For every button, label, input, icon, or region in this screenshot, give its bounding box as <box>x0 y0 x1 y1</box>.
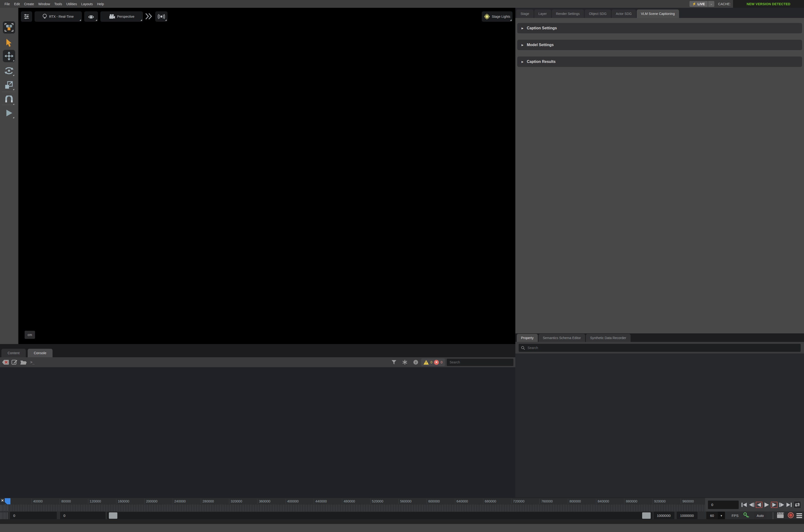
start-frame-input[interactable] <box>13 514 57 517</box>
console-toolbar: >_ i 0 ✕ <box>0 357 515 367</box>
menu-item-help[interactable]: Help <box>95 0 106 8</box>
timeline-grip[interactable] <box>0 512 8 520</box>
skip-to-end-icon <box>786 502 792 508</box>
sensor-waves-icon <box>158 14 165 19</box>
start-frame-field[interactable] <box>10 512 57 519</box>
menu-item-tools[interactable]: Tools <box>52 0 65 8</box>
scrollbar-right-handle[interactable] <box>642 512 651 519</box>
rotate-tool-icon <box>4 66 14 75</box>
play-reverse-button[interactable] <box>755 501 763 509</box>
info-toggle-button[interactable]: i <box>412 359 419 366</box>
error-toggle-button[interactable]: ✕ <box>434 360 439 365</box>
property-search-field[interactable] <box>519 344 801 352</box>
property-panel-tabstrip: PropertySemantics Schema EditorSynthetic… <box>515 334 804 342</box>
tab-semantics-schema-editor[interactable]: Semantics Schema Editor <box>538 334 585 342</box>
skip-to-end-button[interactable] <box>786 501 793 509</box>
tab-object-sdg[interactable]: Object SDG <box>585 10 611 18</box>
close-icon[interactable]: ✕ <box>1 498 4 503</box>
move-tool-button[interactable] <box>3 50 15 62</box>
warning-toggle-button[interactable] <box>423 360 429 365</box>
stage-lights-button[interactable]: Stage Lights <box>482 11 512 22</box>
viewport-settings-button[interactable] <box>21 11 32 22</box>
sensor-button[interactable] <box>155 11 167 22</box>
select-tool-button[interactable] <box>3 37 15 49</box>
camera-button[interactable]: Perspective <box>100 11 143 22</box>
timeline-minor-ticks[interactable] <box>0 505 705 511</box>
timeline-ruler[interactable]: ✕ 40000800001200001600002000002400002800… <box>0 498 705 505</box>
verbose-toggle-button[interactable] <box>401 359 408 366</box>
loop-start-input[interactable] <box>63 514 106 517</box>
console-search-input[interactable] <box>449 360 511 364</box>
scrollbar-left-handle[interactable] <box>109 512 117 519</box>
step-back-icon <box>749 502 754 508</box>
live-button[interactable]: ⚡ LIVE <box>690 1 708 7</box>
filter-button[interactable] <box>390 359 398 366</box>
timeline-zoom-scrollbar[interactable] <box>107 512 653 519</box>
menu-item-create[interactable]: Create <box>22 0 36 8</box>
fps-dropdown[interactable]: 60 ▼ <box>706 512 725 519</box>
end-frame-field[interactable] <box>654 512 674 519</box>
section-model-settings[interactable]: ▶Model Settings <box>517 40 802 50</box>
play-button[interactable] <box>763 501 770 509</box>
collapse-arrow-icon: ▶ <box>522 60 523 63</box>
timeline-grip[interactable] <box>0 505 8 511</box>
tab-actor-sdg[interactable]: Actor SDG <box>611 10 636 18</box>
lightning-bolt-icon: ⚡ <box>692 2 696 6</box>
terminal-prompt-button[interactable]: >_ <box>29 359 36 366</box>
step-forward-button[interactable] <box>778 501 786 509</box>
chevron-down-icon[interactable]: ▼ <box>718 512 725 519</box>
renderer-button[interactable]: RTX - Real-Time <box>35 11 82 22</box>
auto-mode-button[interactable]: Auto <box>754 512 767 519</box>
scale-tool-button[interactable] <box>3 79 15 91</box>
clear-console-button[interactable] <box>2 359 9 366</box>
timeline-ruler-label: 240000 <box>173 499 186 504</box>
camera-label: Perspective <box>117 15 134 18</box>
tab-layer[interactable]: Layer <box>534 10 551 18</box>
menu-item-utilities[interactable]: Utilities <box>64 0 79 8</box>
section-caption-results[interactable]: ▶Caption Results <box>517 57 802 67</box>
menu-item-edit[interactable]: Edit <box>12 0 22 8</box>
menu-item-file[interactable]: File <box>2 0 12 8</box>
property-search-input[interactable] <box>527 346 798 350</box>
toolbar-overflow-chevrons[interactable] <box>145 13 153 21</box>
loop-end-field[interactable] <box>677 512 697 519</box>
menu-item-layouts[interactable]: Layouts <box>79 0 95 8</box>
open-log-folder-button[interactable] <box>20 359 27 366</box>
console-search-field[interactable] <box>447 359 513 366</box>
loop-end-input[interactable] <box>680 514 697 517</box>
tab-console[interactable]: Console <box>28 349 53 357</box>
tab-vlm-scene-captioning[interactable]: VLM Scene Captioning <box>637 10 679 18</box>
auto-key-button[interactable] <box>743 512 749 519</box>
skip-to-start-button[interactable] <box>740 501 748 509</box>
tab-synthetic-data-recorder[interactable]: Synthetic Data Recorder <box>586 334 631 342</box>
tab-property[interactable]: Property <box>517 334 538 342</box>
timeline-playhead[interactable] <box>5 498 11 504</box>
record-button[interactable] <box>787 512 794 519</box>
timeline-ruler-label: 120000 <box>88 499 101 504</box>
sun-icon <box>484 14 490 19</box>
loop-toggle-button[interactable] <box>793 501 801 509</box>
timeline-menu-button[interactable] <box>797 513 802 518</box>
timeline-ruler-label: 40000 <box>32 499 42 504</box>
snap-tool-button[interactable] <box>3 94 15 106</box>
play-button[interactable] <box>3 107 15 119</box>
loop-start-field[interactable] <box>60 512 106 519</box>
edit-log-button[interactable] <box>11 359 18 366</box>
rotate-tool-button[interactable] <box>3 64 15 77</box>
section-caption-settings[interactable]: ▶Caption Settings <box>517 23 802 33</box>
console-content[interactable] <box>0 367 515 497</box>
play-forward-boxed-button[interactable] <box>770 501 778 509</box>
tab-content[interactable]: Content <box>1 349 26 357</box>
selection-mode-button[interactable] <box>3 21 15 34</box>
status-bar <box>0 524 804 532</box>
current-frame-field[interactable]: 0 <box>708 500 739 509</box>
step-back-button[interactable] <box>748 501 755 509</box>
end-frame-input[interactable] <box>657 514 674 517</box>
menu-item-window[interactable]: Window <box>36 0 52 8</box>
tab-stage[interactable]: Stage <box>516 10 533 18</box>
capture-button[interactable] <box>777 512 785 519</box>
tab-render-settings[interactable]: Render Settings <box>552 10 584 18</box>
viewport[interactable]: RTX - Real-Time Perspective <box>18 8 515 344</box>
visibility-button[interactable] <box>84 11 98 22</box>
live-dropdown-button[interactable]: ⌄ <box>708 1 714 7</box>
